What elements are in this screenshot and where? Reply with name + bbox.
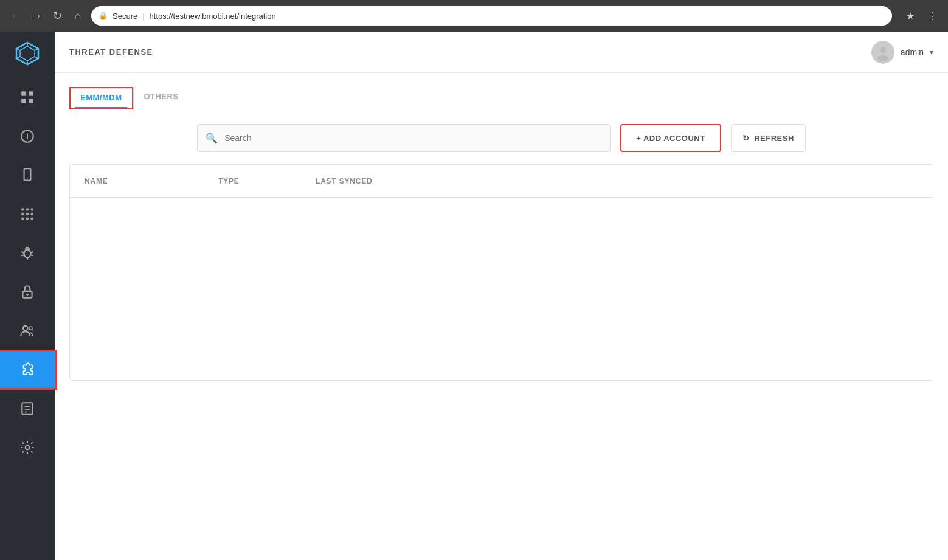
svg-text:i: i	[26, 131, 29, 141]
secure-icon: 🔒	[99, 12, 108, 20]
back-button[interactable]: ←	[7, 7, 24, 24]
refresh-icon: ↻	[742, 134, 750, 143]
browser-actions: ★ ⋮	[902, 7, 941, 24]
app-logo	[12, 38, 43, 69]
info-icon: i	[19, 128, 35, 144]
content-area: EMM/MDM OTHERS 🔍 + ADD ACCOUNT ↻ REFRESH	[55, 73, 948, 560]
svg-line-28	[21, 255, 24, 255]
grid-icon	[19, 89, 35, 105]
svg-point-24	[30, 217, 33, 220]
url-separator: |	[142, 12, 144, 21]
svg-rect-8	[21, 91, 26, 96]
svg-point-20	[26, 213, 29, 215]
refresh-label: REFRESH	[754, 134, 794, 143]
svg-point-41	[877, 55, 888, 61]
svg-point-34	[29, 327, 32, 330]
app-container: i	[0, 32, 948, 560]
bug-icon	[19, 245, 35, 261]
sidebar-nav: i	[0, 74, 55, 466]
svg-rect-35	[22, 403, 32, 415]
svg-line-26	[21, 252, 24, 253]
svg-point-17	[26, 208, 29, 210]
table-body	[70, 198, 933, 380]
search-container: 🔍	[197, 124, 611, 152]
browser-nav-buttons: ← → ↻ ⌂	[7, 7, 86, 24]
sidebar-item-settings[interactable]	[0, 429, 55, 466]
search-icon: 🔍	[206, 133, 218, 144]
main-content: THREAT DEFENSE admin ▾ EMM/MDM	[55, 32, 948, 560]
reload-button[interactable]: ↻	[49, 7, 66, 24]
tab-others[interactable]: OTHERS	[133, 91, 190, 109]
sidebar-item-devices[interactable]	[0, 157, 55, 193]
tabs-bar: EMM/MDM OTHERS	[55, 73, 948, 109]
tab-emm-mdm[interactable]: EMM/MDM	[69, 87, 133, 109]
svg-line-27	[30, 252, 33, 253]
svg-point-18	[30, 208, 33, 210]
address-bar[interactable]: 🔒 Secure | https://testnew.bmobi.net/int…	[91, 6, 892, 26]
bookmark-button[interactable]: ★	[902, 7, 919, 24]
sidebar-item-apps[interactable]	[0, 196, 55, 232]
forward-button[interactable]: →	[28, 7, 45, 24]
add-account-label: + ADD ACCOUNT	[636, 134, 705, 143]
col-header-last-synced: LAST SYNCED	[316, 177, 918, 185]
svg-point-25	[24, 250, 31, 258]
lock-icon	[19, 284, 35, 300]
add-account-button[interactable]: + ADD ACCOUNT	[620, 124, 721, 152]
sidebar-item-security[interactable]	[0, 274, 55, 310]
svg-point-33	[23, 326, 28, 331]
col-header-type: TYPE	[218, 177, 316, 185]
reports-icon	[19, 401, 35, 417]
sidebar-item-threats[interactable]	[0, 235, 55, 271]
table-header: NAME TYPE LAST SYNCED	[70, 165, 933, 198]
sidebar: i	[0, 32, 55, 560]
users-icon	[19, 323, 35, 339]
svg-point-22	[21, 217, 24, 220]
svg-point-19	[21, 213, 24, 215]
refresh-button[interactable]: ↻ REFRESH	[731, 124, 806, 152]
svg-point-39	[26, 446, 30, 450]
settings-icon	[19, 440, 35, 455]
sidebar-item-info[interactable]: i	[0, 118, 55, 154]
search-input[interactable]	[197, 124, 611, 152]
user-name: admin	[901, 47, 924, 57]
sidebar-item-reports[interactable]	[0, 390, 55, 427]
menu-button[interactable]: ⋮	[924, 7, 941, 24]
puzzle-icon	[19, 362, 35, 378]
actions-row: 🔍 + ADD ACCOUNT ↻ REFRESH	[55, 109, 948, 164]
svg-point-23	[26, 217, 29, 220]
svg-rect-11	[29, 99, 33, 103]
page-title: THREAT DEFENSE	[69, 47, 871, 57]
svg-point-32	[26, 294, 28, 296]
sidebar-item-users[interactable]	[0, 313, 55, 349]
svg-point-21	[30, 213, 33, 215]
user-area[interactable]: admin ▾	[871, 41, 933, 64]
svg-rect-10	[21, 99, 26, 103]
apps-icon	[19, 206, 35, 222]
svg-marker-1	[20, 46, 35, 61]
secure-label: Secure	[112, 12, 137, 21]
table-container: NAME TYPE LAST SYNCED	[69, 164, 933, 381]
url-text: https://testnew.bmobi.net/integration	[150, 12, 276, 21]
sidebar-item-integration[interactable]	[0, 351, 55, 388]
svg-line-29	[30, 255, 33, 255]
device-icon	[19, 167, 35, 183]
user-avatar	[871, 41, 894, 64]
svg-point-40	[880, 47, 886, 53]
svg-rect-9	[29, 91, 33, 96]
browser-chrome: ← → ↻ ⌂ 🔒 Secure | https://testnew.bmobi…	[0, 0, 948, 32]
svg-point-15	[27, 178, 28, 179]
svg-point-16	[21, 208, 24, 210]
home-button[interactable]: ⌂	[69, 7, 86, 24]
sidebar-item-dashboard[interactable]	[0, 79, 55, 116]
user-chevron-icon: ▾	[930, 48, 933, 57]
col-header-name: NAME	[85, 177, 218, 185]
top-header: THREAT DEFENSE admin ▾	[55, 32, 948, 73]
